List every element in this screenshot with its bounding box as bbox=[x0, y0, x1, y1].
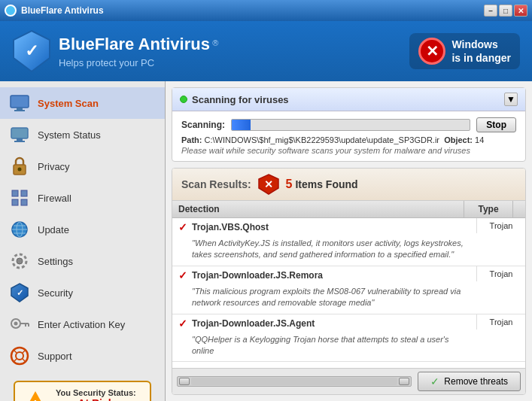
svg-text:✓: ✓ bbox=[25, 41, 38, 60]
threat-name-0: ✓ Trojan.VBS.Qhost bbox=[172, 218, 476, 236]
threat-check-icon-1: ✓ bbox=[178, 269, 187, 281]
maximize-button[interactable]: □ bbox=[499, 5, 512, 17]
sidebar-label-privacy: Privacy bbox=[38, 161, 70, 172]
sidebar-label-update: Update bbox=[38, 224, 69, 235]
app-icon bbox=[5, 5, 17, 17]
sidebar-item-activation[interactable]: Enter Activation Key bbox=[0, 308, 165, 340]
sidebar: System Scan System Status Privacy bbox=[0, 81, 166, 401]
table-body[interactable]: ✓ Trojan.VBS.Qhost "When ActivityKey.JS … bbox=[172, 218, 525, 368]
monitor-icon bbox=[9, 93, 30, 114]
sidebar-label-security: Security bbox=[38, 287, 73, 299]
svg-line-31 bbox=[23, 350, 26, 353]
results-header: Scan Results: ✕ 5 Items Found bbox=[172, 169, 525, 201]
stop-button[interactable]: Stop bbox=[476, 117, 516, 132]
sidebar-item-settings[interactable]: Settings bbox=[0, 245, 165, 277]
horizontal-scrollbar[interactable] bbox=[177, 376, 412, 387]
threat-desc-0: "When ActivityKey.JS is installed, it mo… bbox=[172, 236, 476, 266]
scanning-label: Scanning: bbox=[181, 120, 225, 130]
security-status-value: At Risk bbox=[56, 397, 136, 401]
svg-line-30 bbox=[14, 350, 17, 353]
danger-text: Windows is in danger bbox=[451, 38, 511, 65]
results-label: Scan Results: bbox=[181, 178, 251, 190]
progress-bar-fill bbox=[232, 120, 251, 130]
svg-text:✕: ✕ bbox=[264, 178, 273, 190]
security-status-title: You Security Status: bbox=[56, 388, 136, 397]
results-shield-icon: ✕ bbox=[257, 173, 280, 196]
svg-rect-5 bbox=[11, 128, 28, 138]
firewall-icon bbox=[9, 187, 30, 208]
header: ✓ BlueFlare Antivirus ® Helps protect yo… bbox=[0, 21, 532, 81]
threat-check-icon-2: ✓ bbox=[178, 317, 187, 330]
scan-body: Scanning: Stop Path: C:\WINDOWS\$hf_mig$… bbox=[172, 111, 525, 161]
globe-icon bbox=[9, 219, 30, 240]
table-row: ✓ Trojan-Downloader.JS.Remora "This mali… bbox=[172, 266, 525, 314]
lock-icon bbox=[9, 156, 30, 177]
sidebar-label-settings: Settings bbox=[38, 256, 73, 267]
threat-type-0: Trojan bbox=[476, 218, 525, 233]
results-panel: Scan Results: ✕ 5 Items Found Detection … bbox=[172, 168, 526, 395]
threat-desc-2: "QQHelper is a Keylogging Trojan horse t… bbox=[172, 333, 476, 362]
svg-rect-2 bbox=[11, 96, 29, 108]
column-detection: Detection bbox=[172, 201, 464, 217]
brand-shield-icon: ✓ bbox=[12, 29, 51, 73]
sidebar-item-security[interactable]: ✓ Security bbox=[0, 277, 165, 308]
threat-type-1: Trojan bbox=[476, 266, 525, 281]
danger-warning: ✕ Windows is in danger bbox=[409, 33, 520, 69]
close-button[interactable]: ✕ bbox=[514, 5, 527, 17]
svg-point-29 bbox=[16, 352, 23, 360]
expand-button[interactable]: ▼ bbox=[504, 93, 518, 106]
key-icon bbox=[9, 314, 30, 335]
svg-rect-10 bbox=[12, 190, 18, 196]
table-header: Detection Type bbox=[172, 201, 525, 218]
sidebar-item-firewall[interactable]: Firewall bbox=[0, 182, 165, 214]
sidebar-label-firewall: Firewall bbox=[38, 193, 71, 204]
sidebar-item-system-scan[interactable]: System Scan bbox=[0, 87, 165, 119]
svg-rect-3 bbox=[17, 108, 23, 110]
sidebar-item-privacy[interactable]: Privacy bbox=[0, 150, 165, 182]
sidebar-item-support[interactable]: Support bbox=[0, 340, 165, 372]
sidebar-item-update[interactable]: Update bbox=[0, 214, 165, 245]
status-dot bbox=[180, 96, 187, 103]
gear-icon bbox=[9, 251, 30, 272]
scan-title: Scanning for viruses bbox=[192, 94, 289, 105]
sidebar-label-activation: Enter Activation Key bbox=[38, 319, 125, 330]
table-row: ✓ Trojan-Downloader.JS.Agent "QQHelper i… bbox=[172, 314, 525, 363]
header-title: BlueFlare Antivirus ® Helps protect your… bbox=[59, 35, 218, 68]
svg-rect-6 bbox=[17, 138, 23, 141]
column-scrollbar bbox=[513, 201, 525, 217]
scan-info: Please wait while security software scan… bbox=[181, 146, 516, 155]
sidebar-label-system-scan: System Scan bbox=[38, 98, 99, 109]
main-layout: System Scan System Status Privacy bbox=[0, 81, 532, 401]
window-controls: – □ ✕ bbox=[484, 5, 527, 17]
scan-panel-header: Scanning for viruses ▼ bbox=[172, 88, 525, 111]
progress-bar bbox=[231, 119, 470, 131]
svg-line-32 bbox=[14, 359, 17, 362]
table-row: ✓ Trojan.VBS.Qhost "When ActivityKey.JS … bbox=[172, 218, 525, 266]
header-tagline: Helps protect your PC bbox=[59, 57, 218, 68]
sidebar-label-system-status: System Status bbox=[38, 129, 101, 141]
svg-line-33 bbox=[23, 359, 26, 362]
computer-icon bbox=[9, 124, 30, 145]
sidebar-item-system-status[interactable]: System Status bbox=[0, 119, 165, 150]
svg-rect-11 bbox=[21, 190, 27, 196]
svg-rect-7 bbox=[14, 141, 25, 142]
danger-icon: ✕ bbox=[418, 38, 445, 65]
remove-threats-button[interactable]: ✓ Remove threats bbox=[418, 372, 521, 391]
security-shield-icon: ✓ bbox=[9, 282, 30, 303]
svg-rect-12 bbox=[12, 199, 18, 205]
brand-name: BlueFlare Antivirus bbox=[59, 35, 210, 53]
remove-check-icon: ✓ bbox=[430, 375, 439, 387]
title-bar: BlueFlare Antivirus – □ ✕ bbox=[0, 0, 532, 21]
window-title: BlueFlare Antivirus bbox=[21, 5, 104, 16]
results-table: Detection Type ✓ Trojan.VBS.Qhost bbox=[172, 201, 525, 368]
svg-point-9 bbox=[18, 168, 22, 172]
svg-point-19 bbox=[17, 258, 23, 264]
minimize-button[interactable]: – bbox=[484, 5, 497, 17]
scan-path: Path: C:\WINDOWS\$hf_mig$\KB2229593\upda… bbox=[181, 135, 516, 144]
threat-check-icon-0: ✓ bbox=[178, 221, 187, 233]
threat-name-1: ✓ Trojan-Downloader.JS.Remora bbox=[172, 266, 476, 284]
column-type: Type bbox=[464, 201, 513, 217]
results-count: 5 Items Found bbox=[286, 178, 358, 191]
svg-rect-13 bbox=[21, 199, 27, 205]
svg-rect-4 bbox=[14, 110, 25, 111]
